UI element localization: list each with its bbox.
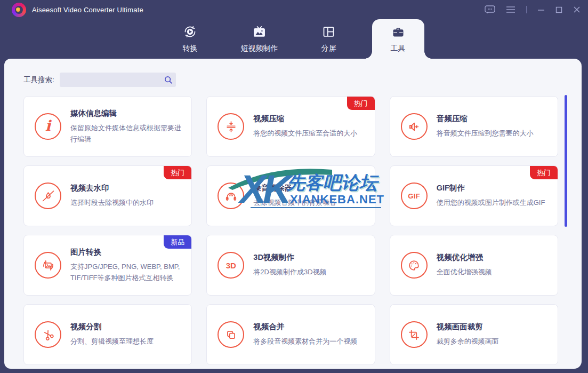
tool-card[interactable]: 视频分割 分割、剪辑视频至理想长度	[23, 304, 192, 365]
tool-card[interactable]: i 媒体信息编辑 保留原始文件媒体信息或根据需要进行编辑	[23, 96, 192, 157]
tool-description: 分割、剪辑视频至理想长度	[70, 336, 154, 347]
tab-label: 分屏	[321, 44, 336, 53]
tool-card[interactable]: GIF GIF制作 使用您的视频或图片制作或生成GIF 热门	[390, 165, 558, 226]
tool-card[interactable]: 视频去水印 选择时段去除视频中的水印 热门	[23, 165, 192, 226]
tool-title: 噪音消除器	[253, 183, 336, 193]
tool-description: 将音频文件压缩到您需要的大小	[437, 128, 534, 139]
short-video-icon	[252, 25, 267, 39]
vertical-scrollbar[interactable]	[565, 95, 567, 227]
toolbox-icon	[391, 25, 405, 39]
toolbox-panel: 工具搜索: i 媒体信息编辑 保留原始文件媒体信息或根据需要进行编辑 视频压缩 …	[4, 59, 582, 369]
tool-card[interactable]: 视频画面裁剪 裁剪多余的视频画面	[390, 304, 558, 365]
search-icon[interactable]	[161, 75, 176, 84]
tool-badge: 新品	[164, 235, 191, 249]
tool-title: 视频去水印	[70, 183, 154, 193]
feedback-icon[interactable]	[485, 5, 495, 14]
gif-icon: GIF	[401, 182, 428, 209]
tab-label: 短视频制作	[241, 44, 278, 53]
tool-description: 将2D视频制作成3D视频	[253, 267, 326, 277]
tool-description: 全面优化增强视频	[437, 267, 492, 277]
tool-badge: 热门	[530, 166, 558, 179]
tool-title: 3D视频制作	[253, 252, 326, 263]
tab-toolbox[interactable]: 工具	[372, 19, 424, 59]
tool-title: 图片转换	[70, 247, 182, 257]
app-title: Aiseesoft Video Converter Ultimate	[32, 6, 143, 14]
tab-label: 工具	[391, 44, 406, 53]
search-label: 工具搜索:	[23, 75, 54, 85]
tool-card[interactable]: 噪音消除器 去除视频音频中的背景噪音	[206, 165, 375, 226]
compress-icon	[218, 113, 244, 140]
tool-card[interactable]: 3D 3D视频制作 将2D视频制作成3D视频	[206, 235, 375, 296]
tool-title: GIF制作	[437, 183, 545, 193]
scissors-icon	[35, 321, 61, 348]
tool-title: 视频合并	[253, 322, 357, 332]
tool-card[interactable]: 视频合并 将多段音视频素材合并为一个视频	[206, 304, 375, 365]
controls-divider	[526, 6, 527, 13]
tool-description: 裁剪多余的视频画面	[437, 336, 499, 347]
audio-compress-icon	[401, 113, 428, 140]
split-screen-icon	[321, 25, 336, 39]
image-convert-icon	[35, 252, 61, 279]
tool-title: 音频压缩	[437, 114, 534, 124]
tool-grid: i 媒体信息编辑 保留原始文件媒体信息或根据需要进行编辑 视频压缩 将您的视频文…	[23, 96, 558, 365]
tool-title: 视频压缩	[253, 114, 357, 124]
tool-description: 选择时段去除视频中的水印	[70, 197, 154, 208]
maximize-icon[interactable]	[555, 6, 562, 13]
window-controls	[485, 5, 581, 14]
tool-badge: 热门	[347, 97, 375, 110]
merge-icon	[218, 321, 244, 348]
app-logo-icon	[12, 3, 26, 17]
tool-title: 媒体信息编辑	[70, 108, 182, 118]
tool-title: 视频分割	[70, 322, 154, 332]
minimize-icon[interactable]	[537, 6, 545, 13]
tab-label: 转换	[183, 44, 198, 53]
tool-title: 视频画面裁剪	[437, 322, 499, 332]
tool-card[interactable]: 图片转换 支持JPG/JPEG, PNG, WEBP, BMP, TIF/TIF…	[23, 235, 192, 296]
tool-description: 支持JPG/JPEG, PNG, WEBP, BMP, TIF/TIFF等多种图…	[70, 261, 182, 283]
three-d-icon: 3D	[218, 252, 244, 279]
tool-description: 去除视频音频中的背景噪音	[253, 197, 336, 208]
convert-icon	[183, 25, 197, 39]
palette-icon	[401, 252, 428, 279]
tool-description: 使用您的视频或图片制作或生成GIF	[437, 197, 545, 208]
tool-description: 保留原始文件媒体信息或根据需要进行编辑	[70, 123, 182, 144]
tab-convert[interactable]: 转换	[164, 19, 216, 59]
search-row: 工具搜索:	[23, 73, 582, 87]
menu-icon[interactable]	[506, 6, 515, 13]
tool-description: 将您的视频文件压缩至合适的大小	[253, 128, 357, 139]
headphones-icon	[218, 182, 244, 209]
tool-card[interactable]: 音频压缩 将音频文件压缩到您需要的大小	[390, 96, 558, 157]
tab-split-screen[interactable]: 分屏	[303, 19, 355, 59]
watermark-remove-icon	[35, 182, 61, 209]
titlebar: Aiseesoft Video Converter Ultimate	[0, 0, 588, 19]
tool-card[interactable]: 视频压缩 将您的视频文件压缩至合适的大小 热门	[206, 96, 375, 157]
search-box	[60, 73, 176, 87]
tool-description: 将多段音视频素材合并为一个视频	[253, 336, 357, 347]
tool-badge: 热门	[164, 166, 191, 179]
tool-card[interactable]: 视频优化增强 全面优化增强视频	[390, 235, 558, 296]
tool-title: 视频优化增强	[437, 252, 492, 263]
tab-short-video[interactable]: 短视频制作	[233, 19, 286, 59]
search-input[interactable]	[60, 73, 161, 87]
close-icon[interactable]	[573, 6, 581, 13]
info-icon: i	[35, 113, 61, 140]
crop-icon	[401, 321, 428, 348]
